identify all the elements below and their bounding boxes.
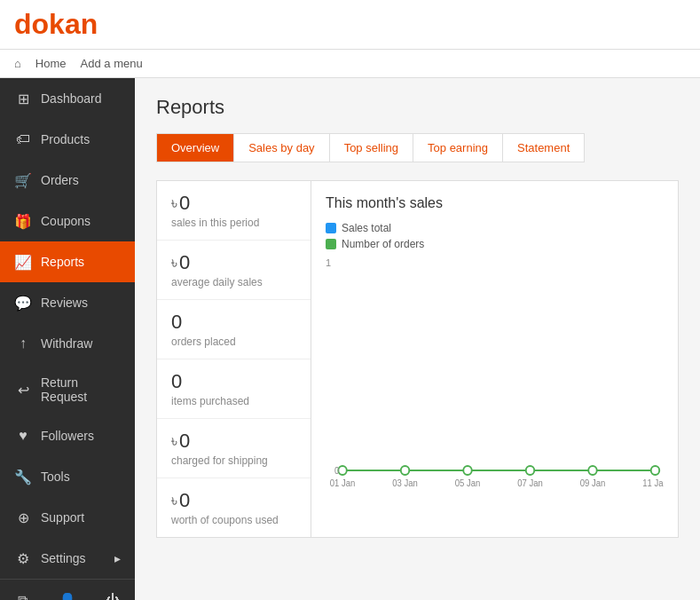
chart-dot	[651, 466, 660, 475]
home-icon: ⌂	[14, 57, 21, 70]
logo: dokan	[14, 8, 98, 41]
chart-area: This month's sales Sales totalNumber of …	[311, 180, 679, 538]
sidebar-item-withdraw[interactable]: ↑Withdraw	[0, 323, 135, 364]
y-label-zero: 0	[334, 466, 340, 476]
stat-number-orders-placed: 0	[171, 311, 182, 334]
chart-wrapper: 1 01 Jan03 Jan05 Jan07 Jan09 Jan11 Jan0	[326, 257, 664, 506]
content-area: Reports OverviewSales by dayTop sellingT…	[135, 78, 700, 600]
sidebar-item-settings[interactable]: ⚙Settings▸	[0, 538, 135, 579]
x-label: 05 Jan	[455, 478, 481, 488]
sidebar-item-coupons[interactable]: 🎁Coupons	[0, 201, 135, 241]
tab-top-earning[interactable]: Top earning	[413, 134, 503, 162]
return-icon: ↩	[14, 381, 32, 399]
legend-dot-sales-total	[326, 223, 336, 233]
sidebar-item-products[interactable]: 🏷Products	[0, 119, 135, 160]
sidebar-bottom-power[interactable]: ⏻	[90, 580, 135, 600]
sidebar-label-followers: Followers	[41, 429, 94, 443]
stats-chart-row: ৳0sales in this period৳0average daily sa…	[156, 180, 679, 538]
top-header: dokan	[0, 0, 700, 50]
chart-dot	[588, 466, 597, 475]
stat-items-purchased: 0items purchased	[157, 359, 311, 419]
chart-title: This month's sales	[326, 195, 664, 211]
orders-icon: 🛒	[14, 171, 32, 189]
stat-value-items-purchased: 0	[171, 370, 296, 393]
settings-icon: ⚙	[14, 549, 32, 567]
stat-label-avg-daily: average daily sales	[171, 276, 296, 288]
sidebar-item-return[interactable]: ↩Return Request	[0, 364, 135, 415]
x-label: 09 Jan	[580, 478, 606, 488]
reviews-icon: 💬	[14, 294, 32, 312]
tools-icon: 🔧	[14, 468, 32, 486]
stat-number-sales-period: 0	[179, 192, 190, 215]
legend-item-num-orders: Number of orders	[326, 238, 664, 250]
products-icon: 🏷	[14, 130, 32, 148]
logo-colored: d	[14, 8, 32, 40]
sidebar-item-orders[interactable]: 🛒Orders	[0, 160, 135, 201]
settings-arrow-icon: ▸	[114, 551, 121, 565]
x-label: 07 Jan	[517, 478, 543, 488]
taka-icon: ৳	[171, 492, 177, 510]
followers-icon: ♥	[14, 427, 32, 445]
sidebar-bottom-external[interactable]: ⧉	[0, 580, 45, 600]
sidebar: ⊞Dashboard🏷Products🛒Orders🎁Coupons📈Repor…	[0, 78, 135, 600]
sidebar-label-orders: Orders	[41, 173, 79, 187]
sidebar-bottom-user[interactable]: 👤	[45, 580, 90, 600]
legend-label-sales-total: Sales total	[342, 222, 391, 234]
sidebar-item-support[interactable]: ⊕Support	[0, 497, 135, 538]
stat-value-orders-placed: 0	[171, 311, 296, 334]
sidebar-label-coupons: Coupons	[41, 214, 90, 228]
legend-dot-num-orders	[326, 239, 336, 249]
x-label: 01 Jan	[330, 478, 356, 488]
sidebar-item-followers[interactable]: ♥Followers	[0, 415, 135, 456]
stat-label-coupons-used: worth of coupons used	[171, 514, 296, 526]
sidebar-label-support: Support	[41, 510, 84, 525]
stat-number-coupons-used: 0	[179, 489, 190, 512]
sidebar-label-reports: Reports	[41, 255, 84, 269]
stat-value-avg-daily: ৳0	[171, 251, 296, 274]
chart-dot	[338, 466, 347, 475]
taka-icon: ৳	[171, 194, 177, 213]
tab-overview[interactable]: Overview	[157, 134, 234, 162]
sidebar-item-dashboard[interactable]: ⊞Dashboard	[0, 78, 135, 119]
main-layout: ⊞Dashboard🏷Products🛒Orders🎁Coupons📈Repor…	[0, 78, 700, 600]
taka-icon: ৳	[171, 432, 177, 451]
stat-sales-period: ৳0sales in this period	[157, 181, 311, 241]
sidebar-label-tools: Tools	[41, 470, 70, 484]
sidebar-item-reports[interactable]: 📈Reports	[0, 241, 135, 282]
sidebar-label-products: Products	[41, 132, 90, 146]
chart-y-label: 1	[326, 257, 331, 268]
reports-icon: 📈	[14, 253, 32, 271]
x-label: 03 Jan	[392, 478, 418, 488]
stat-value-charged-shipping: ৳0	[171, 430, 296, 453]
dashboard-icon: ⊞	[14, 90, 32, 107]
stat-number-avg-daily: 0	[179, 251, 190, 274]
sidebar-item-tools[interactable]: 🔧Tools	[0, 456, 135, 497]
tab-sales-by-day[interactable]: Sales by day	[234, 134, 329, 162]
home-link[interactable]: Home	[35, 57, 67, 70]
stat-label-charged-shipping: charged for shipping	[171, 454, 296, 467]
stat-value-coupons-used: ৳0	[171, 489, 296, 512]
chart-dot	[526, 466, 535, 475]
stat-orders-placed: 0orders placed	[157, 300, 311, 359]
legend-label-num-orders: Number of orders	[342, 238, 424, 250]
add-menu-link[interactable]: Add a menu	[81, 57, 143, 70]
taka-icon: ৳	[171, 254, 177, 272]
chart-legend: Sales totalNumber of orders	[326, 222, 664, 250]
sidebar-label-reviews: Reviews	[41, 296, 88, 310]
sidebar-item-reviews[interactable]: 💬Reviews	[0, 282, 135, 323]
stat-label-orders-placed: orders placed	[171, 336, 296, 348]
stat-charged-shipping: ৳0charged for shipping	[157, 419, 311, 478]
x-label: 11 Jan	[642, 478, 664, 488]
stat-number-items-purchased: 0	[171, 370, 182, 393]
tab-statement[interactable]: Statement	[503, 134, 584, 162]
chart-dot	[463, 466, 472, 475]
support-icon: ⊕	[14, 509, 32, 526]
tab-top-selling[interactable]: Top selling	[330, 134, 413, 162]
logo-text: okan	[32, 8, 98, 40]
legend-item-sales-total: Sales total	[326, 222, 664, 234]
sidebar-label-settings: Settings	[41, 551, 86, 565]
sidebar-label-dashboard: Dashboard	[41, 91, 102, 106]
sidebar-bottom: ⧉👤⏻	[0, 579, 135, 600]
coupons-icon: 🎁	[14, 212, 32, 230]
stats-panel: ৳0sales in this period৳0average daily sa…	[156, 180, 311, 538]
